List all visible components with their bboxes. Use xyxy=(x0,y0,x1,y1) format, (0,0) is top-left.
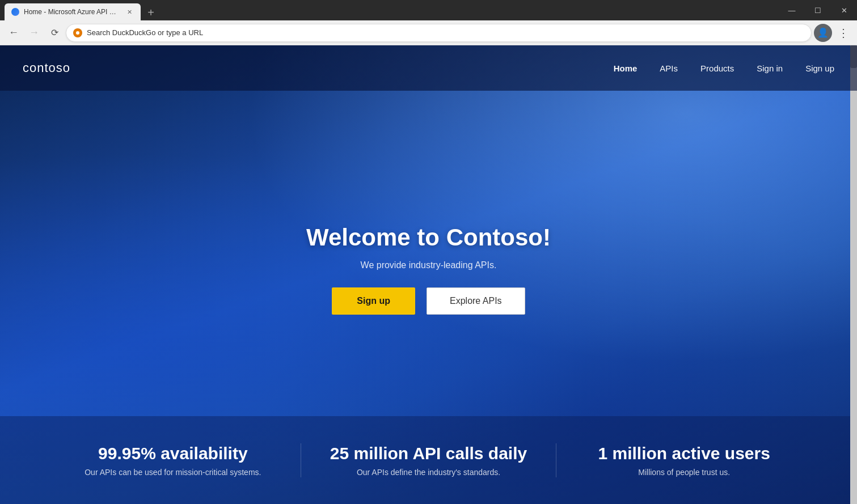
active-tab[interactable]: Home - Microsoft Azure API Mar ✕ xyxy=(5,3,141,20)
hero-subtitle: We provide industry-leading APIs. xyxy=(361,260,497,270)
navbar: contoso Home APIs Products Sign in Sign … xyxy=(0,45,857,91)
forward-button[interactable]: → xyxy=(25,24,43,42)
nav-link-products[interactable]: Products xyxy=(700,63,734,73)
nav-links: Home APIs Products Sign in Sign up xyxy=(614,63,834,73)
tab-favicon xyxy=(11,8,19,16)
nav-link-home[interactable]: Home xyxy=(614,63,638,73)
page-content: contoso Home APIs Products Sign in Sign … xyxy=(0,45,857,504)
tab-title: Home - Microsoft Azure API Mar xyxy=(24,8,120,16)
minimize-button[interactable]: — xyxy=(779,0,805,20)
tab-close-icon[interactable]: ✕ xyxy=(125,7,134,16)
hero-buttons: Sign up Explore APIs xyxy=(332,287,525,315)
hero-section: contoso Home APIs Products Sign in Sign … xyxy=(0,45,857,504)
stats-section: 99.95% availability Our APIs can be used… xyxy=(0,416,857,504)
stat-item-1: 99.95% availability Our APIs can be used… xyxy=(45,444,301,477)
address-bar-row: ← → ⟳ Search DuckDuckGo or type a URL 👤 … xyxy=(0,20,857,45)
maximize-button[interactable]: ☐ xyxy=(805,0,831,20)
brand-logo[interactable]: contoso xyxy=(23,61,614,75)
address-text: Search DuckDuckGo or type a URL xyxy=(87,28,804,37)
hero-title: Welcome to Contoso! xyxy=(306,224,551,251)
stat-description-3: Millions of people trust us. xyxy=(556,468,812,477)
reload-button[interactable]: ⟳ xyxy=(45,24,64,42)
nav-link-signup[interactable]: Sign up xyxy=(805,63,834,73)
stat-description-2: Our APIs define the industry's standards… xyxy=(301,468,556,477)
address-bar[interactable]: Search DuckDuckGo or type a URL xyxy=(66,24,812,42)
stat-item-3: 1 million active users Millions of peopl… xyxy=(556,444,812,477)
nav-link-apis[interactable]: APIs xyxy=(660,63,678,73)
stat-number-3: 1 million active users xyxy=(556,444,812,463)
stat-number-2: 25 million API calls daily xyxy=(301,444,556,463)
browser-favicon xyxy=(73,28,82,37)
back-button[interactable]: ← xyxy=(5,24,23,42)
window-controls: — ☐ ✕ xyxy=(779,0,857,20)
explore-apis-button[interactable]: Explore APIs xyxy=(427,287,525,315)
stat-item-2: 25 million API calls daily Our APIs defi… xyxy=(301,444,556,477)
scrollbar[interactable] xyxy=(850,45,857,504)
menu-icon[interactable]: ⋮ xyxy=(834,24,852,42)
nav-link-signin[interactable]: Sign in xyxy=(757,63,783,73)
stat-number-1: 99.95% availability xyxy=(45,444,301,463)
new-tab-button[interactable]: + xyxy=(143,5,159,20)
profile-icon[interactable]: 👤 xyxy=(814,24,832,42)
stat-description-1: Our APIs can be used for mission-critica… xyxy=(45,468,301,477)
close-button[interactable]: ✕ xyxy=(831,0,857,20)
signup-button[interactable]: Sign up xyxy=(332,287,415,315)
